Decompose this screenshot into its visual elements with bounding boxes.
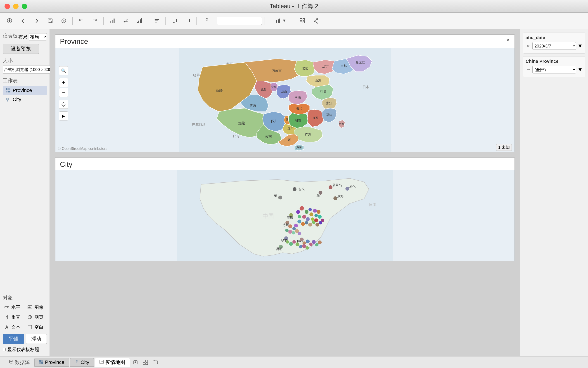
tangshan-city: 唐山 xyxy=(316,194,323,198)
svg-point-96 xyxy=(312,240,316,244)
svg-point-74 xyxy=(301,222,305,226)
object-text-label: 文本 xyxy=(11,324,20,330)
svg-point-64 xyxy=(317,210,320,214)
map-search-button[interactable]: 🔍 xyxy=(59,66,68,75)
svg-point-30 xyxy=(7,99,8,100)
chart-type-button[interactable]: ▼ xyxy=(268,15,295,26)
annotation-button[interactable] xyxy=(182,15,194,26)
flat-layout-button[interactable]: 平铺 xyxy=(3,334,24,344)
taiwan-label: 台湾 xyxy=(339,122,344,125)
shandong-label: 山东 xyxy=(315,79,321,82)
svg-rect-7 xyxy=(113,18,115,23)
object-webpage-label: 网页 xyxy=(34,314,43,320)
svg-point-54 xyxy=(329,185,332,189)
object-text[interactable]: A 文本 xyxy=(3,323,24,331)
share-button[interactable] xyxy=(310,15,322,26)
undo-button[interactable] xyxy=(75,15,87,26)
float-layout-button[interactable]: 浮动 xyxy=(26,334,47,344)
tooltip-edit-button[interactable] xyxy=(199,15,211,26)
separator-4 xyxy=(165,17,166,25)
device-preview-button[interactable]: 设备预览 xyxy=(3,44,39,54)
hubei-label: 湖北 xyxy=(296,107,302,110)
window-close-button[interactable] xyxy=(5,4,10,9)
filter-date-select[interactable]: 2020/3/7 xyxy=(532,42,576,50)
svg-rect-25 xyxy=(6,88,8,90)
add-datasource-button[interactable] xyxy=(58,15,70,26)
svg-point-78 xyxy=(316,223,319,227)
redo-button[interactable] xyxy=(89,15,101,26)
svg-rect-26 xyxy=(8,88,10,90)
forward-button[interactable] xyxy=(31,15,43,26)
city-title: City xyxy=(56,157,514,169)
window-title: Tableau - 工作簿 2 xyxy=(270,2,318,10)
tab-province-icon xyxy=(39,359,43,365)
svg-point-14 xyxy=(206,18,208,20)
object-blank[interactable]: 空白 xyxy=(26,323,47,331)
filter-date-edit-icon[interactable]: ✏ xyxy=(526,43,531,49)
show-title-row: 显示仪表板标题 xyxy=(3,347,47,353)
layout-select[interactable]: 布局 xyxy=(29,33,47,40)
filter-province-select[interactable]: (全部) xyxy=(532,66,576,74)
qinghai-label: 青海 xyxy=(250,104,256,107)
data-source-tab[interactable]: 数据源 xyxy=(5,358,33,367)
new-story-button[interactable] xyxy=(151,358,160,366)
zoom-out-button[interactable]: − xyxy=(59,88,68,97)
play-button[interactable]: ▶ xyxy=(59,111,68,120)
show-marks-button[interactable] xyxy=(106,15,118,26)
sidebar-item-city[interactable]: City xyxy=(3,95,47,104)
cursor-button[interactable] xyxy=(59,100,68,109)
back-button[interactable] xyxy=(17,15,29,26)
sort-asc-button[interactable] xyxy=(133,15,145,26)
filter-date-row: ✏ 2020/3/7 ▼ xyxy=(526,42,583,50)
svg-point-82 xyxy=(288,224,292,228)
province-panel: Province × 🔍 + − ▶ xyxy=(55,34,515,152)
object-vertical[interactable]: 重直 xyxy=(3,313,24,321)
filter-province-edit-icon[interactable]: ✏ xyxy=(526,67,531,72)
province-close-button[interactable]: × xyxy=(504,37,512,44)
dazhou-city: 达州 xyxy=(282,223,289,227)
new-sheet-button[interactable] xyxy=(131,358,140,366)
tab-yiqing[interactable]: 疫情地图 xyxy=(95,358,130,367)
svg-point-75 xyxy=(305,221,308,224)
tab-province[interactable]: Province xyxy=(34,358,69,367)
svg-point-94 xyxy=(306,239,310,243)
swap-button[interactable] xyxy=(120,15,132,26)
view-button[interactable] xyxy=(297,15,308,26)
svg-point-24 xyxy=(317,22,318,23)
tab-city[interactable]: City xyxy=(70,358,94,367)
home-button[interactable] xyxy=(4,15,15,26)
svg-rect-6 xyxy=(112,20,113,23)
sidebar-item-province[interactable]: Province xyxy=(3,86,47,95)
horizontal-icon xyxy=(4,304,10,310)
search-input[interactable] xyxy=(217,17,262,25)
worksheet-section: 工作表 Province City xyxy=(3,77,47,104)
separator-6 xyxy=(214,17,214,25)
svg-rect-10 xyxy=(140,19,141,23)
new-dashboard-button[interactable] xyxy=(141,358,150,366)
svg-point-61 xyxy=(309,212,313,216)
svg-rect-17 xyxy=(279,18,280,23)
window-maximize-button[interactable] xyxy=(22,4,27,9)
size-select[interactable]: 台式机浏览器 (1000 × 800) xyxy=(3,65,56,74)
object-image[interactable]: 图像 xyxy=(26,303,47,311)
separator-1 xyxy=(72,17,73,25)
object-horizontal[interactable]: 水平 xyxy=(3,303,24,311)
data-source-label: 数据源 xyxy=(15,359,30,366)
riben-label: 日本 xyxy=(363,85,370,89)
shanxi-label: 山西 xyxy=(281,90,287,93)
window-minimize-button[interactable] xyxy=(13,4,19,9)
china-province-map: 哈萨克斯坦 蒙古 黑龙江 日本 巴基斯坦 印度 新疆 西藏 内蒙古 xyxy=(56,48,514,152)
tooltip-button[interactable] xyxy=(168,15,180,26)
format-button[interactable] xyxy=(151,15,163,26)
bottom-tabs: 数据源 Province City 疫情地图 xyxy=(0,356,588,368)
object-image-label: 图像 xyxy=(34,304,43,310)
save-button[interactable] xyxy=(44,15,56,26)
titlebar: Tableau - 工作簿 2 xyxy=(0,0,588,13)
zoom-in-button[interactable]: + xyxy=(59,78,68,87)
svg-rect-16 xyxy=(278,19,279,23)
object-webpage[interactable]: 网页 xyxy=(26,313,47,321)
show-title-checkbox[interactable] xyxy=(3,348,6,351)
svg-point-85 xyxy=(285,229,289,232)
svg-rect-108 xyxy=(41,360,43,362)
size-section: 大小 台式机浏览器 (1000 × 800) ▼ xyxy=(3,57,47,74)
